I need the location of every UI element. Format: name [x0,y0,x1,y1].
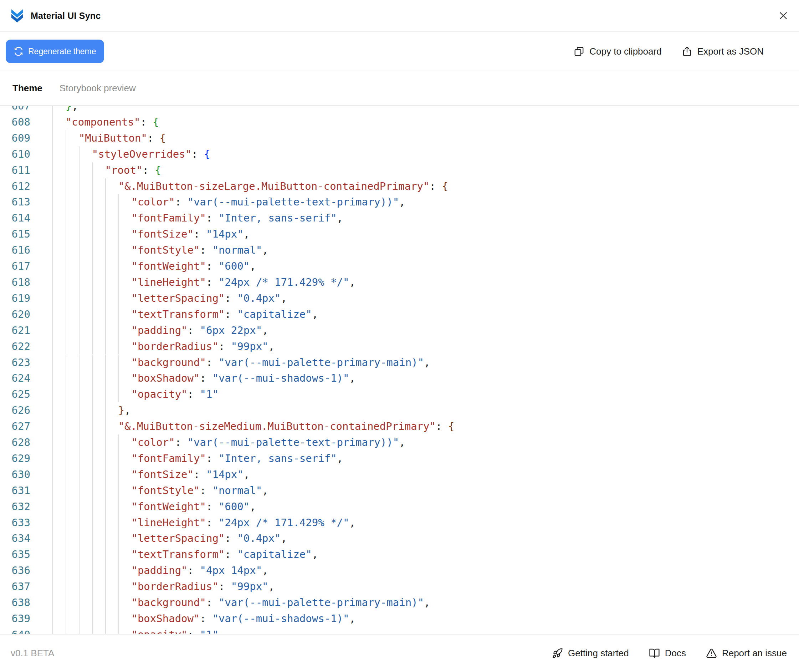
indent-guide [106,322,119,339]
close-button[interactable] [777,9,790,22]
indent-guide [106,611,119,627]
line-number: 621 [0,322,30,339]
line-number: 627 [0,418,30,434]
indent-guide [66,290,80,306]
indent-guide [53,530,66,546]
rocket-icon [552,648,563,659]
indent-guide [93,210,106,226]
regenerate-theme-button[interactable]: Regenerate theme [6,40,104,63]
indent-guide [53,402,66,418]
code-line-content: "fontSize": "14px", [53,226,799,242]
indent-guide [53,434,66,451]
code-line: 632"fontWeight": "600", [0,499,799,515]
indent-guide [93,290,106,306]
line-number: 612 [0,178,30,194]
code-line: 625"opacity": "1" [0,386,799,402]
indent-guide [93,530,106,546]
code-lines: 607},608"components": {609"MuiButton": {… [0,106,799,634]
tab-theme[interactable]: Theme [13,83,42,94]
indent-guide [106,467,119,483]
line-number: 611 [0,162,30,178]
footer-links: Getting started Docs Report an issue [552,648,787,659]
indent-guide [66,386,80,402]
indent-guide [93,595,106,611]
code-editor[interactable]: 607},608"components": {609"MuiButton": {… [0,106,799,634]
indent-guide [80,546,93,563]
indent-guide [66,274,80,290]
footer-link-report-issue[interactable]: Report an issue [706,648,787,659]
line-number: 618 [0,274,30,290]
indent-guide [66,499,80,515]
copy-to-clipboard-button[interactable]: Copy to clipboard [574,46,662,57]
code-line: 630"fontSize": "14px", [0,467,799,483]
indent-guide [93,322,106,339]
indent-guide [93,451,106,467]
indent-guide [106,210,119,226]
line-number: 640 [0,627,30,634]
indent-guide [80,162,93,178]
line-number: 616 [0,242,30,258]
footer-link-docs[interactable]: Docs [649,648,686,659]
indent-guide [66,178,80,194]
tab-storybook-preview[interactable]: Storybook preview [59,83,136,94]
indent-guide [53,274,66,290]
code-line-content: "borderRadius": "99px", [53,339,799,355]
line-number: 631 [0,483,30,499]
indent-guide [80,306,93,322]
code-line: 612"&.MuiButton-sizeLarge.MuiButton-cont… [0,178,799,194]
indent-guide [80,499,93,515]
indent-guide [93,194,106,210]
code-line: 620"textTransform": "capitalize", [0,306,799,322]
footer-link-label: Docs [665,648,686,659]
code-line: 638"background": "var(--mui-palette-prim… [0,595,799,611]
indent-guide [66,434,80,451]
code-line-content: "&.MuiButton-sizeLarge.MuiButton-contain… [53,178,799,194]
footer-link-label: Getting started [568,648,629,659]
line-number: 607 [0,106,30,114]
code-line-content: "fontStyle": "normal", [53,483,799,499]
indent-guide [80,579,93,595]
indent-guide [53,146,66,162]
line-number: 639 [0,611,30,627]
regenerate-theme-label: Regenerate theme [28,47,96,56]
line-number: 634 [0,530,30,546]
indent-guide [106,546,119,563]
code-line-content: "boxShadow": "var(--mui-shadows-1)", [53,370,799,386]
indent-guide [53,611,66,627]
footer-link-getting-started[interactable]: Getting started [552,648,629,659]
indent-guide [66,611,80,627]
export-as-json-button[interactable]: Export as JSON [682,46,764,57]
indent-guide [66,242,80,258]
code-line: 635"textTransform": "capitalize", [0,546,799,563]
indent-guide [93,434,106,451]
code-line: 628"color": "var(--mui-palette-text-prim… [0,434,799,451]
indent-guide [93,499,106,515]
indent-guide [53,499,66,515]
indent-guide [66,530,80,546]
indent-guide [66,306,80,322]
indent-guide [106,355,119,371]
indent-guide [80,627,93,634]
indent-guide [93,242,106,258]
code-line-content: "color": "var(--mui-palette-text-primary… [53,194,799,210]
indent-guide [80,290,93,306]
indent-guide [53,579,66,595]
indent-guide [66,258,80,274]
code-line-content: "letterSpacing": "0.4px", [53,530,799,546]
indent-guide [80,483,93,499]
indent-guide [66,210,80,226]
indent-guide [93,274,106,290]
code-line: 637"borderRadius": "99px", [0,579,799,595]
export-as-json-label: Export as JSON [697,46,764,57]
indent-guide [80,595,93,611]
code-line: 627"&.MuiButton-sizeMedium.MuiButton-con… [0,418,799,434]
indent-guide [66,418,80,434]
indent-guide [80,402,93,418]
indent-guide [66,339,80,355]
code-line: 609"MuiButton": { [0,130,799,146]
indent-guide [80,515,93,531]
indent-guide [66,226,80,242]
indent-guide [80,530,93,546]
indent-guide [66,370,80,386]
line-number: 617 [0,258,30,274]
